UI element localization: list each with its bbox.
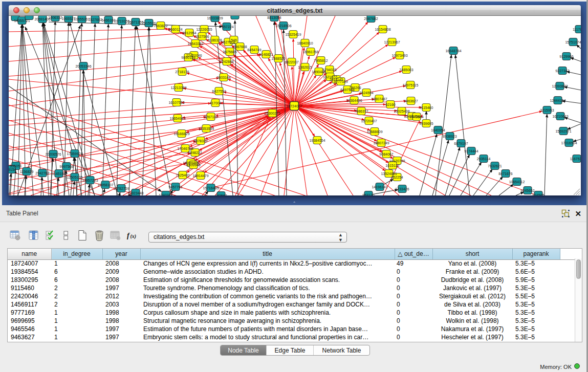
svg-text:953120: 953120 [362,193,374,196]
svg-text:7357224: 7357224 [220,25,233,29]
svg-text:9997568: 9997568 [59,165,73,168]
svg-text:8454749: 8454749 [247,48,261,52]
svg-text:1588520: 1588520 [271,57,285,60]
svg-text:1156829: 1156829 [20,170,34,173]
svg-text:1117613: 1117613 [573,28,581,31]
svg-text:15716485: 15716485 [203,186,219,190]
svg-text:14055721: 14055721 [14,19,30,23]
svg-text:13524851: 13524851 [381,172,397,176]
svg-text:9227342: 9227342 [555,69,569,73]
svg-text:14196141: 14196141 [372,185,387,189]
svg-text:19654943: 19654943 [169,117,185,120]
svg-text:16671355: 16671355 [127,20,143,24]
svg-text:17016504: 17016504 [561,141,577,145]
svg-text:12226055: 12226055 [196,28,212,31]
svg-text:8186328: 8186328 [208,38,222,42]
svg-text:12444154: 12444154 [550,99,565,102]
svg-text:2867608: 2867608 [233,45,247,49]
svg-text:10688609: 10688609 [366,130,382,134]
svg-text:15751074: 15751074 [565,40,581,44]
svg-text:25300275: 25300275 [264,112,280,115]
svg-text:3624554: 3624554 [359,91,373,95]
svg-text:8427552: 8427552 [212,90,226,93]
svg-text:1609948: 1609948 [186,163,200,167]
svg-text:16914479: 16914479 [192,174,208,178]
svg-text:1733426: 1733426 [395,187,409,191]
svg-text:10655267: 10655267 [74,17,90,21]
svg-text:9146821: 9146821 [259,53,273,56]
svg-text:2942787: 2942787 [35,171,49,175]
svg-text:16543382: 16543382 [187,42,203,46]
svg-text:1362615: 1362615 [298,65,312,69]
svg-text:18724007: 18724007 [286,104,302,108]
svg-text:252254: 252254 [391,176,403,179]
svg-text:10973493: 10973493 [391,54,407,57]
svg-text:1292344: 1292344 [159,193,172,196]
svg-text:17957223: 17957223 [82,179,98,182]
svg-text:2718176: 2718176 [175,70,189,74]
svg-text:7625402: 7625402 [176,173,189,177]
svg-text:12093872: 12093872 [552,84,568,88]
svg-text:11353594: 11353594 [199,127,214,130]
svg-text:20206576: 20206576 [45,152,61,156]
svg-text:62160: 62160 [385,103,396,106]
svg-text:16782759: 16782759 [113,187,129,190]
svg-text:9084067: 9084067 [379,152,393,156]
svg-text:16210643: 16210643 [552,115,568,118]
svg-text:39154: 39154 [9,168,16,171]
svg-text:12923448: 12923448 [127,191,143,195]
svg-text:9115460: 9115460 [420,106,433,110]
svg-text:9777169: 9777169 [334,80,347,83]
svg-text:7485003: 7485003 [399,68,413,72]
svg-text:7986372: 7986372 [354,110,368,113]
svg-text:9457791: 9457791 [168,185,182,189]
svg-text:8813054: 8813054 [267,16,281,19]
svg-text:6497568: 6497568 [340,88,354,92]
svg-text:10807487: 10807487 [371,97,387,101]
svg-text:16154808: 16154808 [375,28,390,31]
svg-text:16961768: 16961768 [302,50,318,54]
svg-text:6879197: 6879197 [454,142,468,145]
svg-text:3215953: 3215953 [540,108,554,112]
svg-text:2087682: 2087682 [364,17,378,20]
svg-text:12975115: 12975115 [403,83,419,87]
svg-text:18640910: 18640910 [297,41,313,45]
svg-text:16107553: 16107553 [168,101,184,104]
svg-text:7955812: 7955812 [314,59,328,62]
svg-text:12505135: 12505135 [67,176,82,179]
svg-text:8912954: 8912954 [182,31,196,35]
svg-text:1990448: 1990448 [312,70,325,74]
svg-text:16033809: 16033809 [207,16,223,20]
svg-text:3675685: 3675685 [223,50,236,54]
svg-text:15325419: 15325419 [285,33,301,36]
svg-text:417004: 417004 [209,101,221,105]
svg-text:9463627: 9463627 [404,99,418,103]
svg-text:2242848: 2242848 [220,60,233,63]
svg-text:20053346: 20053346 [75,64,91,68]
svg-text:1006332: 1006332 [48,16,62,19]
svg-text:9939695: 9939695 [419,122,433,125]
svg-text:546: 546 [231,38,237,42]
svg-text:19384554: 19384554 [309,139,325,142]
svg-text:8878332: 8878332 [193,139,207,143]
svg-text:10958107: 10958107 [97,183,113,187]
svg-text:19166829: 19166829 [173,132,189,136]
svg-text:7632621: 7632621 [488,164,502,168]
svg-text:1527602: 1527602 [88,18,102,21]
svg-text:9890159: 9890159 [181,56,195,59]
svg-text:17046768: 17046768 [177,147,193,150]
svg-text:(x): (x) [130,233,137,239]
svg-text:12213967: 12213967 [384,40,400,44]
svg-text:1640954: 1640954 [431,128,445,132]
svg-text:16648784: 16648784 [445,49,461,53]
svg-text:8822037: 8822037 [285,60,298,64]
svg-text:9174444: 9174444 [464,149,478,153]
svg-text:15720407: 15720407 [361,119,377,123]
svg-text:15692971: 15692971 [555,129,571,133]
svg-text:8660124: 8660124 [168,28,182,31]
svg-text:f: f [127,232,130,239]
svg-text:8471676: 8471676 [498,172,512,176]
svg-text:9245652: 9245652 [520,189,534,192]
svg-text:1549564: 1549564 [409,115,423,119]
svg-text:943567: 943567 [215,194,227,196]
